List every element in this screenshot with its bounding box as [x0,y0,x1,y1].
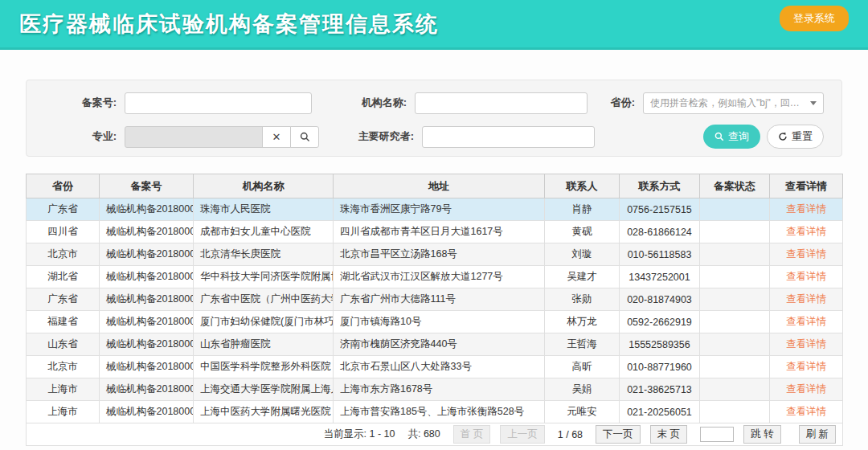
view-detail-link[interactable]: 查看详情 [786,406,826,417]
table-body: 广东省械临机构备201800001珠海市人民医院珠海市香洲区康宁路79号肖静07… [27,198,843,423]
cell-phone: 021-38625713 [620,378,700,401]
cell-contact: 高昕 [545,356,620,378]
province-placeholder: 使用拼音检索，例如输入"bj"，回车即选... [650,96,805,110]
jump-button[interactable]: 跳 转 [743,425,780,444]
login-button[interactable]: 登录系统 [780,6,849,31]
cell-contact: 张勋 [545,288,620,311]
cell-detail: 查看详情 [770,198,843,221]
page-title: 医疗器械临床试验机构备案管理信息系统 [19,10,439,39]
cell-address: 四川省成都市青羊区日月大道1617号 [334,221,545,243]
specialty-search-button[interactable] [290,126,319,148]
cell-org: 珠海市人民医院 [194,198,334,221]
cell-status [700,401,770,423]
table-row[interactable]: 广东省械临机构备201800001珠海市人民医院珠海市香洲区康宁路79号肖静07… [27,198,843,221]
cell-status [700,243,770,266]
next-page-button[interactable]: 下一页 [596,425,641,444]
cell-phone: 021-20256051 [620,401,700,423]
cell-status [700,266,770,288]
cell-detail: 查看详情 [770,221,843,243]
view-detail-link[interactable]: 查看详情 [786,203,826,215]
last-page-button[interactable]: 末 页 [650,425,687,444]
cell-status [700,198,770,221]
cell-contact: 黄砚 [545,221,620,243]
cell-address: 北京市石景山区八大处路33号 [334,356,545,378]
cell-province: 广东省 [27,288,100,311]
total-count-label: 共: 680 [407,428,440,441]
table-row[interactable]: 山东省械临机构备201800007山东省肿瘤医院济南市槐荫区济兖路440号王哲海… [27,333,843,356]
cell-province: 北京市 [27,356,100,378]
cell-detail: 查看详情 [770,288,843,311]
table-row[interactable]: 北京市械临机构备201800003北京清华长庚医院北京市昌平区立汤路168号刘璇… [27,243,843,266]
org-name-input[interactable] [415,92,588,114]
table-row[interactable]: 湖北省械临机构备201800004华中科技大学同济医学院附属协和医院湖北省武汉市… [27,266,843,288]
cell-province: 湖北省 [27,266,100,288]
cell-record-no: 械临机构备201800006 [100,311,194,333]
table-row[interactable]: 广东省械临机构备201800005广东省中医院（广州中医药大学第...广东省广州… [27,288,843,311]
province-select[interactable]: 使用拼音检索，例如输入"bj"，回车即选... [643,92,824,114]
cell-org: 华中科技大学同济医学院附属协和医院 [194,266,334,288]
cell-contact: 王哲海 [545,333,620,356]
col-province: 省份 [27,174,100,198]
cell-address: 上海市普安路185号、上海市张衡路528号 [334,401,545,423]
record-no-label: 备案号: [44,96,117,110]
view-detail-link[interactable]: 查看详情 [786,226,826,237]
cell-record-no: 械临机构备201800003 [100,243,194,266]
view-detail-link[interactable]: 查看详情 [786,271,826,282]
cell-contact: 肖静 [545,198,620,221]
table-row[interactable]: 上海市械临机构备201800010上海中医药大学附属曙光医院上海市普安路185号… [27,401,843,423]
chevron-down-icon [810,101,817,105]
view-detail-link[interactable]: 查看详情 [786,383,826,395]
refresh-button[interactable]: 刷 新 [799,425,836,444]
cell-org: 成都市妇女儿童中心医院 [194,221,334,243]
cell-province: 四川省 [27,221,100,243]
cell-status [700,378,770,401]
record-no-input[interactable] [125,92,312,114]
table-row[interactable]: 福建省械临机构备201800006厦门市妇幼保健院(厦门市林巧稚...厦门市镇海… [27,311,843,333]
cell-org: 厦门市妇幼保健院(厦门市林巧稚... [194,311,334,333]
table-row[interactable]: 北京市械临机构备201800008中国医学科学院整形外科医院北京市石景山区八大处… [27,356,843,378]
cell-record-no: 械临机构备201800002 [100,221,194,243]
cell-province: 福建省 [27,311,100,333]
cell-status [700,356,770,378]
view-detail-link[interactable]: 查看详情 [786,361,826,372]
table-header-row: 省份 备案号 机构名称 地址 联系人 联系方式 备案状态 查看详情 [27,174,843,198]
view-detail-link[interactable]: 查看详情 [786,293,826,305]
col-phone: 联系方式 [620,174,700,198]
cell-detail: 查看详情 [770,266,843,288]
cell-contact: 元唯安 [545,401,620,423]
query-button[interactable]: 查询 [703,125,760,149]
cell-address: 上海市东方路1678号 [334,378,545,401]
cell-province: 山东省 [27,333,100,356]
table-row[interactable]: 四川省械临机构备201800002成都市妇女儿童中心医院四川省成都市青羊区日月大… [27,221,843,243]
first-page-button[interactable]: 首 页 [453,425,490,444]
cell-detail: 查看详情 [770,311,843,333]
specialty-clear-button[interactable]: ✕ [262,126,291,148]
cell-address: 湖北省武汉市江汉区解放大道1277号 [334,266,545,288]
cell-detail: 查看详情 [770,401,843,423]
cell-org: 山东省肿瘤医院 [194,333,334,356]
search-panel: 备案号: 机构名称: 省份: 使用拼音检索，例如输入"bj"，回车即选... 专… [26,80,842,157]
cell-phone: 010-56118583 [620,243,700,266]
cell-record-no: 械临机构备201800005 [100,288,194,311]
cell-phone: 13437252001 [620,266,700,288]
table-row[interactable]: 上海市械临机构备201800009上海交通大学医学院附属上海儿童...上海市东方… [27,378,843,401]
cell-province: 广东省 [27,198,100,221]
cell-phone: 15552589356 [620,333,700,356]
col-address: 地址 [334,174,545,198]
search-icon [300,132,310,142]
cell-record-no: 械临机构备201800007 [100,333,194,356]
prev-page-button[interactable]: 上一页 [500,425,545,444]
results-table: 省份 备案号 机构名称 地址 联系人 联系方式 备案状态 查看详情 广东省械临机… [26,174,843,446]
refresh-icon [778,132,788,141]
cell-phone: 0756-2157515 [620,198,700,221]
cell-contact: 林万龙 [545,311,620,333]
cell-contact: 吴建才 [545,266,620,288]
view-detail-link[interactable]: 查看详情 [786,316,826,327]
cell-address: 济南市槐荫区济兖路440号 [334,333,545,356]
view-detail-link[interactable]: 查看详情 [786,338,826,350]
reset-button[interactable]: 重置 [767,125,824,149]
col-org-name: 机构名称 [194,174,334,198]
view-detail-link[interactable]: 查看详情 [786,248,826,260]
pi-input[interactable] [422,126,595,148]
jump-page-input[interactable] [700,427,734,442]
